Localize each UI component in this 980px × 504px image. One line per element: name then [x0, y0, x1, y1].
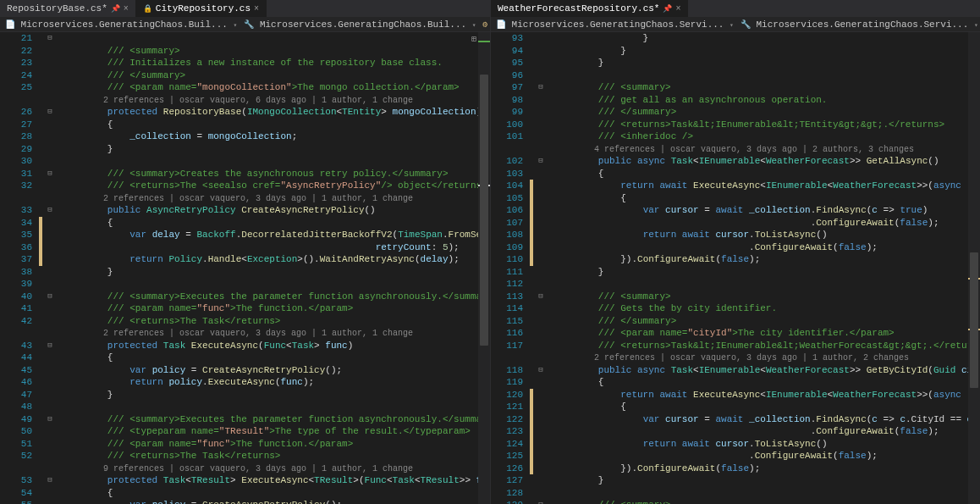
- code-line[interactable]: }: [63, 143, 490, 156]
- code-line[interactable]: [553, 278, 980, 291]
- code-line[interactable]: }: [63, 389, 490, 402]
- file-tab[interactable]: RepositoryBase.cs*📌×: [0, 0, 136, 17]
- left-breadcrumb[interactable]: 📄 Microservices.GeneratingChaos.Buil... …: [0, 17, 490, 32]
- code-line[interactable]: [553, 69, 980, 82]
- left-code-area[interactable]: 2122232425262728293031323334353637383940…: [0, 32, 490, 504]
- fold-toggle[interactable]: ⊟: [47, 292, 52, 301]
- code-line[interactable]: }).ConfigureAwait(false);: [553, 462, 980, 475]
- right-code[interactable]: } } } /// <summary> /// get all as an as…: [548, 32, 980, 504]
- close-icon[interactable]: ×: [124, 4, 129, 14]
- code-line[interactable]: }: [553, 57, 980, 69]
- code-line[interactable]: protected Task ExecuteAsync(Func<Task> f…: [63, 340, 490, 352]
- code-line[interactable]: var policy = CreateAsyncRetryPolicy();: [63, 364, 490, 377]
- code-line[interactable]: /// <summary>: [553, 499, 980, 504]
- fold-toggle[interactable]: ⊟: [47, 476, 52, 485]
- code-line[interactable]: {: [553, 192, 980, 205]
- right-breadcrumb[interactable]: 📄 Microservices.GeneratingChaos.Servi...…: [491, 17, 980, 32]
- code-line[interactable]: return await cursor.ToListAsync(): [553, 438, 980, 451]
- file-tab[interactable]: 🔒CityRepository.cs×: [136, 0, 267, 17]
- code-line[interactable]: /// </summary>: [553, 106, 980, 119]
- code-line[interactable]: /// <param name="mongoCollection">The mo…: [63, 81, 490, 94]
- code-line[interactable]: return Policy.Handle<Exception>().WaitAn…: [63, 253, 490, 266]
- codelens[interactable]: 9 references | oscar vaquero, 3 days ago…: [63, 464, 413, 474]
- pin-icon[interactable]: 📌: [663, 4, 672, 14]
- code-line[interactable]: /// <inheridoc />: [553, 130, 980, 143]
- fold-toggle[interactable]: ⊟: [47, 34, 52, 42]
- code-line[interactable]: /// get all as an asynchronous operation…: [553, 94, 980, 107]
- code-line[interactable]: .ConfigureAwait(false);: [553, 241, 980, 254]
- code-line[interactable]: 2 references | oscar vaquero, 3 days ago…: [63, 327, 490, 340]
- code-line[interactable]: /// <summary>Creates the asynchronous re…: [63, 168, 490, 180]
- code-line[interactable]: /// <returns>Task&lt;IEnumerable&lt;TEnt…: [553, 119, 980, 131]
- left-fold-margin[interactable]: ⊟⊟⊟⊟⊟⊟⊟⊟⊟: [42, 32, 58, 504]
- close-icon[interactable]: ×: [254, 4, 259, 14]
- code-line[interactable]: [63, 401, 490, 413]
- code-line[interactable]: public AsyncRetryPolicy CreateAsyncRetry…: [63, 204, 490, 217]
- code-line[interactable]: .ConfigureAwait(false);: [553, 217, 980, 230]
- codelens[interactable]: 2 references | oscar vaquero, 3 days ago…: [63, 329, 413, 338]
- fold-toggle[interactable]: ⊟: [47, 169, 52, 178]
- code-line[interactable]: /// <param name="func">The function.</pa…: [63, 438, 490, 451]
- code-line[interactable]: {: [63, 119, 490, 131]
- code-line[interactable]: var delay = Backoff.DecorrelatedJitterBa…: [63, 229, 490, 241]
- code-line[interactable]: var policy = CreateAsyncRetryPolicy();: [63, 499, 490, 504]
- breadcrumb-item[interactable]: 🔧 Microservices.GeneratingChaos.Servi...…: [739, 19, 980, 30]
- code-line[interactable]: }: [553, 45, 980, 58]
- code-line[interactable]: }: [63, 266, 490, 279]
- fold-toggle[interactable]: ⊟: [47, 415, 52, 424]
- fold-toggle[interactable]: ⊟: [538, 501, 542, 504]
- fold-toggle[interactable]: ⊟: [47, 108, 52, 116]
- right-scrollbar[interactable]: [968, 32, 980, 504]
- right-fold-margin[interactable]: ⊟⊟⊟⊟⊟: [533, 32, 548, 504]
- code-line[interactable]: /// <summary>: [63, 45, 490, 58]
- code-line[interactable]: var cursor = await _collection.FindAsync…: [553, 413, 980, 426]
- code-line[interactable]: {: [63, 352, 490, 364]
- code-line[interactable]: public async Task<IEnumerable<WeatherFor…: [553, 155, 980, 168]
- code-line[interactable]: _collection = mongoCollection;: [63, 130, 490, 143]
- code-line[interactable]: [63, 278, 490, 291]
- codelens[interactable]: 2 references | oscar vaquero, 3 days ago…: [553, 353, 909, 363]
- left-code[interactable]: /// <summary> /// Initializes a new inst…: [58, 32, 490, 504]
- code-line[interactable]: return await cursor.ToListAsync(): [553, 229, 980, 241]
- code-line[interactable]: .ConfigureAwait(false);: [553, 450, 980, 462]
- code-line[interactable]: }: [553, 474, 980, 487]
- code-line[interactable]: /// <param name="cityId">The city identi…: [553, 327, 980, 340]
- code-line[interactable]: .ConfigureAwait(false);: [553, 425, 980, 438]
- code-line[interactable]: }: [553, 32, 980, 45]
- code-line[interactable]: protected Task<TResult> ExecuteAsync<TRe…: [63, 474, 490, 487]
- code-line[interactable]: /// <summary>: [553, 291, 980, 303]
- code-line[interactable]: {: [553, 401, 980, 413]
- code-line[interactable]: /// Initializes a new instance of the re…: [63, 57, 490, 69]
- code-line[interactable]: /// <typeparam name="TResult">The type o…: [63, 425, 490, 438]
- code-line[interactable]: /// <param name="func">The function.</pa…: [63, 302, 490, 315]
- code-line[interactable]: [63, 32, 490, 45]
- code-line[interactable]: /// <returns>The <seealso cref="AsyncRet…: [63, 180, 490, 192]
- code-line[interactable]: [63, 155, 490, 168]
- close-icon[interactable]: ×: [675, 4, 680, 14]
- code-line[interactable]: public async Task<IEnumerable<WeatherFor…: [553, 364, 980, 377]
- code-line[interactable]: /// Gets the by city identifier.: [553, 302, 980, 315]
- code-line[interactable]: /// <summary>Executes the parameter func…: [63, 413, 490, 426]
- code-line[interactable]: 2 references | oscar vaquero, 3 days ago…: [553, 352, 980, 364]
- fold-toggle[interactable]: ⊟: [47, 206, 52, 214]
- code-line[interactable]: return policy.ExecuteAsync(func);: [63, 376, 490, 389]
- codelens[interactable]: 4 references | oscar vaquero, 3 days ago…: [553, 145, 914, 154]
- code-line[interactable]: retryCount: 5);: [63, 241, 490, 254]
- code-line[interactable]: /// <returns>The Task</returns>: [63, 450, 490, 462]
- code-line[interactable]: /// <returns>The Task</returns>: [63, 315, 490, 328]
- code-line[interactable]: 4 references | oscar vaquero, 3 days ago…: [553, 143, 980, 156]
- left-scrollbar[interactable]: [478, 32, 490, 504]
- right-code-area[interactable]: 9394959697989910010110210310410510610710…: [491, 32, 980, 504]
- code-line[interactable]: /// <summary>: [553, 81, 980, 94]
- file-tab[interactable]: WeatherForecastRepository.cs*📌×: [491, 0, 688, 17]
- fold-toggle[interactable]: ⊟: [538, 157, 542, 165]
- pin-icon[interactable]: 📌: [111, 4, 120, 14]
- code-line[interactable]: 2 references | oscar vaquero, 3 days ago…: [63, 192, 490, 205]
- code-line[interactable]: 9 references | oscar vaquero, 3 days ago…: [63, 462, 490, 475]
- code-line[interactable]: protected RepositoryBase(IMongoCollectio…: [63, 106, 490, 119]
- fold-toggle[interactable]: ⊟: [538, 292, 542, 301]
- code-line[interactable]: }: [553, 266, 980, 279]
- code-line[interactable]: }).ConfigureAwait(false);: [553, 253, 980, 266]
- code-line[interactable]: /// <returns>Task&lt;IEnumerable&lt;Weat…: [553, 340, 980, 352]
- code-line[interactable]: 2 references | oscar vaquero, 6 days ago…: [63, 94, 490, 107]
